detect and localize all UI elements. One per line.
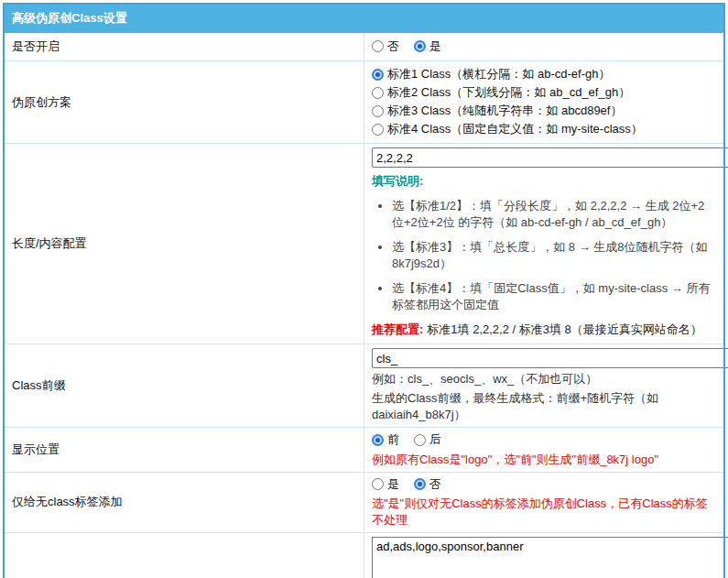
blacklist-textarea[interactable]: ad,ads,logo,sponsor,banner	[372, 537, 728, 578]
scheme-option-3-label: 标准3 Class（纯随机字符串：如 abcd89ef）	[387, 103, 622, 119]
position-option-back[interactable]: 后	[414, 431, 441, 448]
only-no-class-option-no[interactable]: 否	[414, 476, 441, 493]
recommend-label: 推荐配置:	[372, 322, 423, 336]
radio-icon[interactable]	[372, 69, 384, 81]
radio-icon[interactable]	[372, 124, 384, 136]
position-option-front-label: 前	[387, 431, 399, 448]
scheme-option-2[interactable]: 标准2 Class（下划线分隔：如 ab_cd_ef_gh）	[372, 84, 716, 101]
page-title: 高级伪原创Class设置	[4, 4, 724, 33]
only-no-class-option-yes[interactable]: 是	[372, 476, 399, 493]
scheme-option-1[interactable]: 标准1 Class（横杠分隔：如 ab-cd-ef-gh）	[372, 66, 716, 82]
scheme-option-4[interactable]: 标准4 Class（固定自定义值：如 my-site-class）	[372, 121, 716, 137]
instructions-title: 填写说明:	[372, 173, 716, 190]
row-enable: 是否开启 否 是	[4, 33, 724, 61]
settings-table: 高级伪原创Class设置 是否开启 否 是 伪原创方案 标准1 Class（横杠…	[3, 3, 725, 578]
recommend-text: 标准1填 2,2,2,2 / 标准3填 8（最接近真实网站命名）	[427, 322, 702, 336]
only-no-class-option-no-label: 否	[429, 476, 441, 493]
position-option-back-label: 后	[429, 431, 441, 448]
prefix-label: Class前缀	[4, 344, 364, 428]
radio-icon[interactable]	[414, 478, 426, 490]
instruction-item: 选【标准1/2】：填「分段长度」，如 2,2,2,2 → 生成 2位+2位+2位…	[392, 198, 716, 231]
page: 高级伪原创Class设置 是否开启 否 是 伪原创方案 标准1 Class（横杠…	[0, 0, 728, 578]
radio-icon[interactable]	[372, 40, 384, 52]
length-config-label: 长度/内容配置	[4, 144, 364, 344]
position-option-front[interactable]: 前	[372, 431, 399, 448]
row-position: 显示位置 前 后 例如原有Class是"logo"，选"前"则生成"前缀_8k7…	[4, 428, 724, 473]
enable-label: 是否开启	[4, 33, 364, 61]
length-config-input[interactable]	[372, 147, 728, 168]
prefix-help-1: 例如：cls_、seocls_、wx_（不加也可以）	[372, 371, 716, 387]
scheme-option-1-label: 标准1 Class（横杠分隔：如 ab-cd-ef-gh）	[387, 66, 610, 82]
scheme-option-2-label: 标准2 Class（下划线分隔：如 ab_cd_ef_gh）	[387, 84, 630, 101]
recommend-line: 推荐配置:标准1填 2,2,2,2 / 标准3填 8（最接近真实网站命名）	[372, 322, 716, 338]
prefix-input[interactable]	[372, 348, 728, 368]
enable-option-no-label: 否	[387, 38, 399, 55]
enable-option-yes[interactable]: 是	[414, 38, 441, 55]
instruction-item: 选【标准3】：填「总长度」，如 8 → 生成8位随机字符（如 8k7j9s2d）	[392, 239, 716, 272]
only-no-class-option-yes-label: 是	[387, 476, 399, 493]
scheme-label: 伪原创方案	[4, 61, 364, 144]
blacklist-label: 黑名单（逗号分隔）	[4, 533, 364, 578]
scheme-option-4-label: 标准4 Class（固定自定义值：如 my-site-class）	[387, 121, 643, 137]
radio-icon[interactable]	[414, 434, 426, 446]
radio-icon[interactable]	[414, 40, 426, 52]
row-prefix: Class前缀 例如：cls_、seocls_、wx_（不加也可以） 生成的Cl…	[4, 344, 724, 428]
scheme-option-3[interactable]: 标准3 Class（纯随机字符串：如 abcd89ef）	[372, 103, 716, 119]
radio-icon[interactable]	[372, 105, 384, 117]
only-no-class-note: 选"是"则仅对无Class的标签添加伪原创Class，已有Class的标签不处理	[372, 496, 716, 529]
row-scheme: 伪原创方案 标准1 Class（横杠分隔：如 ab-cd-ef-gh） 标准2 …	[4, 61, 724, 144]
row-only-no-class: 仅给无class标签添加 是 否 选"是"则仅对无Class的标签添加伪原创Cl…	[4, 472, 724, 533]
only-no-class-label: 仅给无class标签添加	[4, 472, 364, 533]
header-row: 高级伪原创Class设置	[4, 4, 724, 33]
radio-icon[interactable]	[372, 434, 384, 446]
instruction-item: 选【标准4】：填「固定Class值」，如 my-site-class → 所有标…	[392, 280, 716, 313]
position-label: 显示位置	[4, 428, 364, 473]
row-blacklist: 黑名单（逗号分隔） ad,ads,logo,sponsor,banner 例如：…	[4, 533, 724, 578]
enable-option-yes-label: 是	[429, 38, 441, 55]
row-length-config: 长度/内容配置 填写说明: 选【标准1/2】：填「分段长度」，如 2,2,2,2…	[4, 144, 724, 344]
radio-icon[interactable]	[372, 478, 384, 490]
radio-icon[interactable]	[372, 87, 384, 99]
enable-option-no[interactable]: 否	[372, 38, 399, 55]
position-note: 例如原有Class是"logo"，选"前"则生成"前缀_8k7j logo"	[372, 452, 716, 468]
prefix-help-2: 生成的Class前缀，最终生成格式：前缀+随机字符（如 daixiaih4_b8…	[372, 390, 716, 423]
instructions-list: 选【标准1/2】：填「分段长度」，如 2,2,2,2 → 生成 2位+2位+2位…	[372, 198, 716, 313]
